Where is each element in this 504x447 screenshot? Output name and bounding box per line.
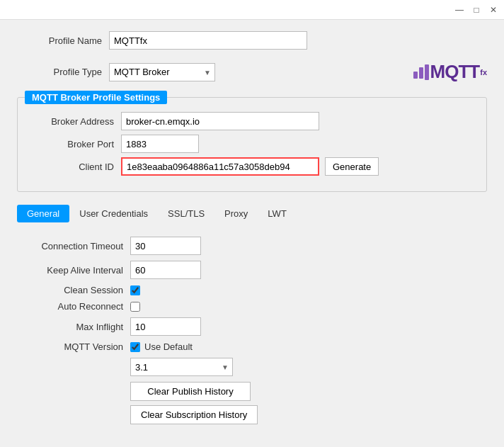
profile-name-row: Profile Name [17, 31, 487, 50]
title-bar-controls: — □ ✕ [454, 5, 498, 15]
profile-type-select-wrapper: MQTT Broker MQTT Broker (SSL) Local MQTT… [109, 63, 215, 81]
version-select-row: 3.1 3.1.1 5.0 ▼ [17, 358, 487, 376]
title-bar: — □ ✕ [0, 0, 504, 20]
client-id-row: Client ID Generate [29, 157, 475, 176]
keep-alive-row: Keep Alive Interval [17, 261, 487, 279]
use-default-checkbox[interactable] [130, 342, 140, 352]
close-button[interactable]: ✕ [488, 5, 498, 15]
broker-settings-title: MQTT Broker Profile Settings [25, 91, 167, 104]
main-content: Profile Name Profile Type MQTT Broker MQ… [0, 20, 504, 447]
clean-session-row: Clean Session [17, 285, 487, 295]
mqtt-version-row: MQTT Version Use Default [17, 341, 487, 352]
profile-type-row: Profile Type MQTT Broker MQTT Broker (SS… [17, 61, 487, 83]
connection-timeout-row: Connection Timeout [17, 237, 487, 255]
auto-reconnect-row: Auto Reconnect [17, 301, 487, 312]
client-id-label: Client ID [29, 162, 121, 172]
profile-name-label: Profile Name [17, 35, 109, 46]
connection-timeout-label: Connection Timeout [17, 241, 130, 251]
window: — □ ✕ Profile Name Profile Type MQTT Bro… [0, 0, 504, 447]
minimize-button[interactable]: — [454, 5, 464, 15]
mqtt-version-select[interactable]: 3.1 3.1.1 5.0 [130, 358, 233, 376]
logo-signal-icon [413, 64, 429, 80]
profile-type-select[interactable]: MQTT Broker MQTT Broker (SSL) Local MQTT… [109, 63, 215, 81]
broker-address-row: Broker Address [29, 112, 475, 130]
tab-general[interactable]: General [17, 205, 69, 222]
tab-user-credentials[interactable]: User Credentials [69, 205, 158, 222]
connection-timeout-input[interactable] [130, 237, 201, 255]
maximize-button[interactable]: □ [471, 5, 481, 15]
client-id-input[interactable] [121, 157, 319, 176]
tab-proxy[interactable]: Proxy [214, 205, 258, 222]
broker-settings-section: MQTT Broker Profile Settings Broker Addr… [17, 97, 487, 192]
max-inflight-label: Max Inflight [17, 322, 130, 332]
version-select-wrapper: 3.1 3.1.1 5.0 ▼ [130, 358, 233, 376]
broker-port-row: Broker Port [29, 135, 475, 153]
auto-reconnect-label: Auto Reconnect [17, 301, 130, 312]
clear-publish-row: Clear Publish History [17, 382, 487, 401]
broker-address-label: Broker Address [29, 116, 121, 127]
broker-port-input[interactable] [121, 135, 199, 153]
tab-bar: General User Credentials SSL/TLS Proxy L… [17, 205, 487, 222]
keep-alive-input[interactable] [130, 261, 201, 279]
clear-publish-button[interactable]: Clear Publish History [130, 382, 251, 401]
broker-address-input[interactable] [121, 112, 319, 130]
profile-type-left: Profile Type MQTT Broker MQTT Broker (SS… [17, 63, 215, 81]
tab-lwt[interactable]: LWT [258, 205, 296, 222]
general-settings-panel: Connection Timeout Keep Alive Interval C… [17, 230, 487, 436]
clean-session-label: Clean Session [17, 285, 130, 295]
broker-fields: Broker Address Broker Port Client ID Gen… [29, 112, 475, 176]
mqtt-logo: MQTT fx [413, 61, 487, 83]
clean-session-checkbox[interactable] [130, 285, 140, 295]
mqtt-fx-suffix: fx [480, 68, 487, 77]
use-default-label: Use Default [144, 341, 193, 352]
client-id-group: Generate [121, 157, 379, 176]
mqtt-logo-text: MQTT [430, 61, 480, 83]
mqtt-version-label: MQTT Version [17, 341, 130, 352]
tab-ssl-tls[interactable]: SSL/TLS [158, 205, 214, 222]
keep-alive-label: Keep Alive Interval [17, 265, 130, 276]
clear-subscription-button[interactable]: Clear Subscription History [130, 405, 258, 424]
profile-type-label: Profile Type [17, 67, 109, 77]
auto-reconnect-checkbox[interactable] [130, 302, 140, 312]
clear-subscription-row: Clear Subscription History [17, 405, 487, 424]
profile-name-input[interactable] [109, 31, 307, 50]
max-inflight-row: Max Inflight [17, 317, 487, 336]
broker-port-label: Broker Port [29, 139, 121, 149]
generate-button[interactable]: Generate [325, 157, 379, 176]
max-inflight-input[interactable] [130, 317, 201, 336]
